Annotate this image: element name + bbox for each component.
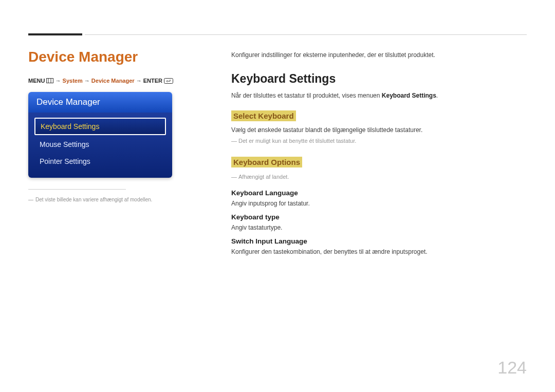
select-keyboard-note: ―Det er muligt kun at benytte ét tilslut…: [231, 137, 527, 145]
keyboard-language-desc: Angiv inputsprog for tastatur.: [231, 200, 527, 207]
keyboard-type-desc: Angiv tastaturtype.: [231, 224, 527, 231]
dash-icon: ―: [28, 196, 35, 203]
heading-keyboard-settings: Keyboard Settings: [231, 72, 527, 86]
keyboard-settings-desc: Når der tilsluttes et tastatur til produ…: [231, 92, 527, 99]
switch-input-language-desc: Konfigurer den tastekombination, der ben…: [231, 248, 527, 255]
footnote-text: Det viste billede kan variere afhængigt …: [35, 197, 152, 202]
breadcrumb-arrow: →: [55, 78, 61, 84]
panel-header: Device Manager: [28, 92, 172, 113]
breadcrumb-system: System: [63, 78, 83, 84]
note-text: Det er muligt kun at benytte ét tilslutt…: [238, 138, 356, 144]
header-divider: [85, 34, 527, 35]
panel-item-mouse-settings[interactable]: Mouse Settings: [34, 137, 166, 152]
enter-icon: [164, 78, 173, 85]
panel-item-pointer-settings[interactable]: Pointer Settings: [34, 154, 166, 169]
breadcrumb-menu-label: MENU: [28, 78, 45, 84]
desc-suffix: .: [436, 92, 438, 99]
panel-item-keyboard-settings[interactable]: Keyboard Settings: [34, 118, 166, 135]
heading-keyboard-type: Keyboard type: [231, 213, 527, 221]
device-manager-panel: Device Manager Keyboard Settings Mouse S…: [28, 92, 172, 178]
intro-text: Konfigurer indstillinger for eksterne in…: [231, 51, 527, 59]
breadcrumb-device-manager: Device Manager: [91, 78, 135, 84]
heading-keyboard-language: Keyboard Language: [231, 189, 527, 197]
breadcrumb-arrow: →: [84, 78, 90, 84]
breadcrumb-arrow: →: [136, 78, 142, 84]
dash-icon: ―: [231, 137, 238, 145]
heading-switch-input-language: Switch Input Language: [231, 237, 527, 245]
panel-item-label: Keyboard Settings: [41, 122, 99, 130]
desc-prefix: Når der tilsluttes et tastatur til produ…: [231, 92, 382, 99]
panel-item-label: Mouse Settings: [40, 140, 89, 148]
page-title: Device Manager: [28, 49, 203, 65]
left-column: Device Manager MENU → System → Device Ma…: [28, 49, 203, 203]
breadcrumb: MENU → System → Device Manager → ENTER: [28, 78, 203, 85]
breadcrumb-enter-label: ENTER: [143, 78, 162, 84]
page-number: 124: [497, 358, 527, 378]
dash-icon: ―: [231, 173, 238, 181]
panel-body: Keyboard Settings Mouse Settings Pointer…: [28, 113, 172, 178]
subheading-select-keyboard: Select Keyboard: [231, 110, 296, 121]
header-accent-bar: [28, 33, 82, 35]
svg-rect-0: [47, 79, 53, 83]
subheading-keyboard-options: Keyboard Options: [231, 157, 302, 167]
panel-item-label: Pointer Settings: [40, 157, 90, 165]
select-keyboard-desc: Vælg det ønskede tastatur blandt de tilg…: [231, 126, 527, 134]
footnote-divider: [28, 189, 126, 190]
right-column: Konfigurer indstillinger for eksterne in…: [231, 51, 527, 262]
note-text: Afhængigt af landet.: [238, 174, 289, 180]
left-footnote: ―Det viste billede kan variere afhængigt…: [28, 196, 203, 203]
keyboard-options-note: ―Afhængigt af landet.: [231, 173, 527, 181]
menu-icon: [46, 78, 53, 84]
desc-bold: Keyboard Settings: [382, 92, 436, 99]
